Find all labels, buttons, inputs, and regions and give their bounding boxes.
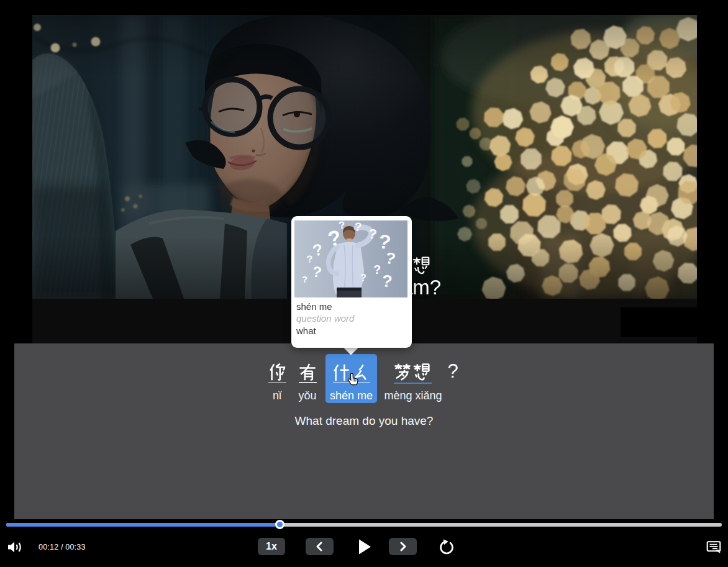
- svg-text:?: ?: [360, 273, 366, 283]
- svg-text:?: ?: [373, 263, 381, 276]
- svg-text:?: ?: [381, 271, 393, 291]
- svg-text:?: ?: [302, 274, 307, 284]
- svg-text:?: ?: [306, 253, 313, 265]
- svg-text:?: ?: [354, 220, 363, 234]
